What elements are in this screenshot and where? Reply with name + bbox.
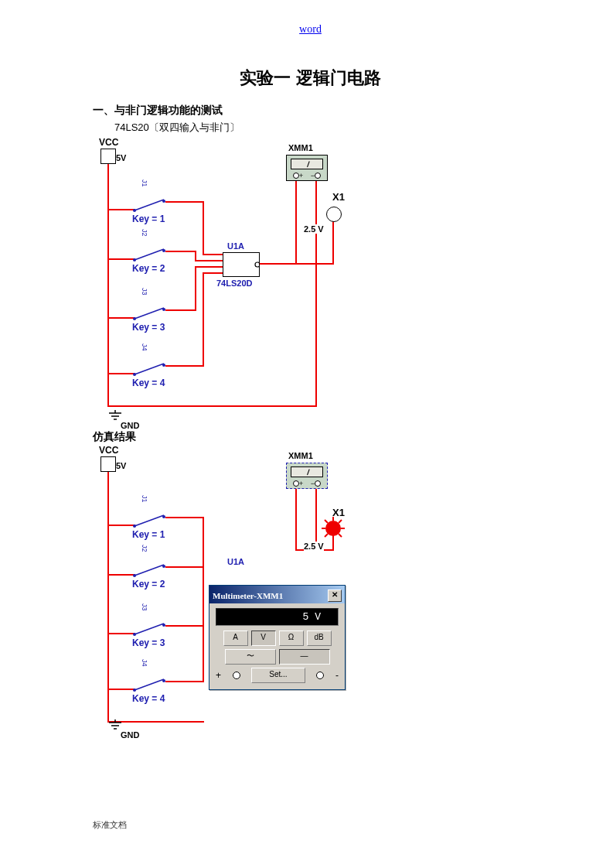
xmm-label: XMM1 xyxy=(288,451,313,460)
j-label-1: J1 xyxy=(141,179,148,187)
page-footer: 标准文档 xyxy=(93,819,127,831)
ic-ref: U1A xyxy=(227,241,244,251)
svg-point-10 xyxy=(133,373,136,376)
mode-v-button[interactable]: V xyxy=(251,630,276,646)
svg-line-3 xyxy=(135,249,164,260)
circuit-diagram-2: VCC 5V Key = 1 Key = 2 Key = 3 Key = 4 J… xyxy=(93,449,356,735)
mode-ohm-button[interactable]: Ω xyxy=(279,630,304,646)
mode-db-button[interactable]: dB xyxy=(307,630,332,646)
ic-part: 74LS20D xyxy=(216,279,252,288)
dc-button[interactable]: — xyxy=(279,649,330,665)
svg-point-1 xyxy=(133,209,136,212)
set-button[interactable]: Set... xyxy=(251,668,305,683)
plus-label: + xyxy=(216,670,221,681)
multimeter-display: 5 V xyxy=(216,608,339,626)
key-label-2: Key = 2 xyxy=(131,579,165,589)
vcc-value: 5V xyxy=(116,153,126,162)
multimeter-titlebar[interactable]: Multimeter-XMM1 ✕ xyxy=(209,586,345,603)
j-label-1: J1 xyxy=(141,495,148,503)
plus-terminal xyxy=(233,672,240,679)
j-label-2: J2 xyxy=(141,229,148,237)
x1-voltage: 2.5 V xyxy=(304,542,324,551)
j-label-2: J2 xyxy=(141,545,148,552)
multimeter-icon: +− xyxy=(286,155,328,181)
j-label-3: J3 xyxy=(141,603,148,611)
key-label-4: Key = 4 xyxy=(131,693,165,704)
x1-voltage: 2.5 V xyxy=(304,224,324,234)
svg-line-0 xyxy=(135,200,164,210)
multimeter-title: Multimeter-XMM1 xyxy=(213,591,283,600)
key-label-2: Key = 2 xyxy=(131,263,165,274)
minus-terminal xyxy=(316,672,324,679)
svg-point-12 xyxy=(255,262,259,267)
vcc-label: VCC xyxy=(99,137,118,148)
vcc-label: VCC xyxy=(99,445,118,456)
xmm-label: XMM1 xyxy=(288,143,313,152)
svg-point-7 xyxy=(133,317,136,320)
multimeter-window: Multimeter-XMM1 ✕ 5 V A V Ω dB 〜 — + Set… xyxy=(209,585,346,690)
gnd-label: GND xyxy=(121,421,139,430)
j-label-3: J3 xyxy=(141,288,148,296)
page-title: 实验一 逻辑门电路 xyxy=(93,67,528,90)
svg-line-37 xyxy=(339,520,342,523)
gnd-icon xyxy=(108,719,122,730)
ac-button[interactable]: 〜 xyxy=(225,649,276,665)
svg-point-27 xyxy=(133,689,136,692)
x1-label: X1 xyxy=(332,191,345,203)
gnd-icon xyxy=(108,410,122,421)
j-label-4: J4 xyxy=(141,659,148,667)
svg-line-35 xyxy=(339,534,342,537)
multimeter-icon: +− xyxy=(286,463,328,489)
vcc-terminal xyxy=(100,149,116,164)
gnd-label: GND xyxy=(121,730,139,740)
section-heading: 一、与非门逻辑功能的测试 xyxy=(93,104,528,118)
key-label-3: Key = 3 xyxy=(131,322,165,333)
svg-point-21 xyxy=(133,574,136,577)
key-label-1: Key = 1 xyxy=(131,529,165,540)
svg-point-18 xyxy=(133,525,136,528)
circuit-diagram-1: VCC 5V Key = 1 Key = 2 Key = 3 Key = 4 J… xyxy=(93,141,356,419)
ic-ref: U1A xyxy=(227,557,244,566)
ic-body xyxy=(223,252,260,277)
close-button[interactable]: ✕ xyxy=(328,589,342,602)
word-link[interactable]: word xyxy=(299,23,322,35)
chip-desc: 74LS20〔双四输入与非门〕 xyxy=(114,121,528,135)
svg-point-24 xyxy=(133,633,136,636)
svg-line-34 xyxy=(325,520,328,523)
sim-heading: 仿真结果 xyxy=(93,430,528,444)
mode-a-button[interactable]: A xyxy=(223,630,248,646)
svg-line-20 xyxy=(135,565,164,576)
svg-line-6 xyxy=(135,308,164,319)
vcc-value: 5V xyxy=(116,461,126,470)
indicator-lamp xyxy=(326,207,342,222)
svg-line-36 xyxy=(325,534,328,537)
svg-line-26 xyxy=(135,679,164,690)
key-label-1: Key = 1 xyxy=(131,214,165,224)
svg-line-23 xyxy=(135,624,164,634)
key-label-3: Key = 3 xyxy=(131,637,165,648)
header-link-wrap: word xyxy=(93,23,528,36)
indicator-lamp-on xyxy=(322,517,345,540)
svg-line-9 xyxy=(135,364,164,374)
key-label-4: Key = 4 xyxy=(131,378,165,388)
vcc-terminal xyxy=(100,456,116,472)
svg-point-4 xyxy=(133,258,136,261)
j-label-4: J4 xyxy=(141,343,148,351)
svg-line-17 xyxy=(135,515,164,526)
minus-label: - xyxy=(335,670,339,681)
